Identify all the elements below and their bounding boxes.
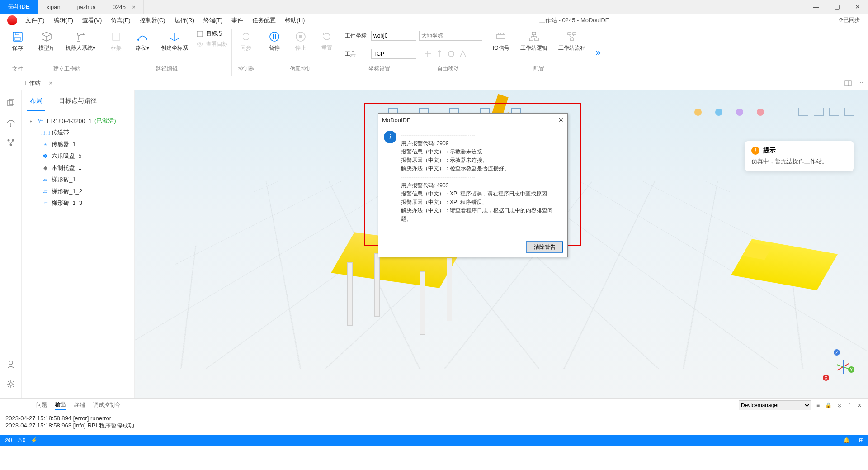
axis-gizmo[interactable]: X Y Z: [818, 348, 854, 385]
orient-icon[interactable]: [459, 50, 467, 58]
tree-item-brick1[interactable]: ▱梯形砖_1: [22, 174, 134, 185]
svg-point-7: [146, 38, 147, 40]
ribbon-label-config: 配置: [490, 63, 588, 76]
sidebar-tab-layout[interactable]: 布局: [22, 90, 51, 111]
view-mode-icons[interactable]: [798, 108, 854, 116]
tree-item-pallet[interactable]: ◆木制托盘_1: [22, 162, 134, 174]
frame-button[interactable]: 框架: [106, 29, 127, 52]
svg-point-32: [39, 119, 41, 121]
app-tab-xipan[interactable]: xipan: [38, 0, 69, 14]
tree-item-gripper[interactable]: ✽六爪吸盘_5: [22, 150, 134, 162]
dialog-title: MoDouIDE: [382, 117, 411, 123]
pause-button[interactable]: 暂停: [264, 29, 285, 52]
window-maximize-icon[interactable]: ▢: [826, 0, 847, 14]
tree-item-brick2[interactable]: ▱梯形砖_1_2: [22, 185, 134, 197]
svg-point-4: [83, 33, 85, 35]
menu-terminal[interactable]: 终端(T): [199, 16, 227, 24]
status-feedback-icon[interactable]: ⊞: [859, 437, 863, 443]
io-icon: [495, 31, 507, 43]
tree-item-sensor[interactable]: ⟐传感器_1: [22, 138, 134, 150]
move-z-icon[interactable]: [435, 50, 443, 58]
status-errors[interactable]: ⊘0: [5, 437, 12, 443]
window-close-icon[interactable]: ✕: [847, 0, 868, 14]
status-bell-icon[interactable]: 🔔: [843, 437, 850, 443]
move-xy-icon[interactable]: [424, 50, 432, 58]
sidebar-tab-targets[interactable]: 目标点与路径: [51, 90, 105, 111]
clear-icon[interactable]: ⊘: [837, 402, 842, 408]
menu-file[interactable]: 文件(F): [21, 16, 49, 24]
viewport-3d[interactable]: X Y Z MoDouIDE ✕ i ---------------------…: [135, 90, 868, 398]
rail-umbrella-icon[interactable]: [6, 118, 16, 128]
doc-tab-close-icon[interactable]: ×: [47, 80, 54, 86]
doc-tab-label[interactable]: 工作站: [19, 79, 44, 87]
workpiece-cs-input[interactable]: [371, 31, 416, 41]
svg-rect-21: [568, 33, 571, 35]
lock-icon[interactable]: 🔒: [825, 402, 832, 408]
menu-run[interactable]: 运行(R): [170, 16, 199, 24]
menu-help[interactable]: 帮助(H): [280, 16, 309, 24]
expand-icon[interactable]: ▸: [30, 119, 34, 123]
app-tab-ide[interactable]: 墨斗IDE: [0, 0, 38, 14]
svg-rect-25: [8, 100, 12, 106]
model-library-button[interactable]: 模型库: [36, 29, 57, 52]
ribbon-label-ctrl: 控制器: [236, 63, 256, 76]
tree-item-robot[interactable]: ▸ ER180-4-3200_1(已激活): [22, 115, 134, 127]
robot-system-button[interactable]: 机器人系统▾: [63, 29, 98, 52]
earth-cs-input[interactable]: [419, 31, 482, 41]
filter-icon[interactable]: ≡: [816, 402, 820, 408]
app-tab-0245[interactable]: 0245×: [104, 0, 144, 14]
tree-item-conveyor[interactable]: ⬚⬚传送带: [22, 127, 134, 138]
menu-edit[interactable]: 编辑(E): [49, 16, 78, 24]
menu-events[interactable]: 事件: [227, 16, 248, 24]
menu-taskconfig[interactable]: 任务配置: [248, 16, 280, 24]
close-tab-icon[interactable]: ×: [132, 4, 136, 10]
ribbon-expand-icon[interactable]: »: [592, 29, 604, 76]
svg-point-31: [9, 383, 12, 385]
robot-icon: [75, 31, 86, 43]
path-button[interactable]: 路径▾: [132, 29, 153, 52]
bottom-tab-problems[interactable]: 问题: [36, 400, 47, 410]
rotate-icon[interactable]: [447, 50, 455, 58]
reset-button[interactable]: 重置: [316, 29, 337, 52]
svg-rect-15: [299, 35, 302, 38]
bottom-tab-output[interactable]: 输出: [55, 400, 66, 410]
rail-settings-icon[interactable]: [6, 379, 16, 389]
clear-alert-button[interactable]: 清除警告: [527, 242, 563, 252]
tree-item-brick3[interactable]: ▱梯形砖_1_3: [22, 197, 134, 209]
output-source-select[interactable]: Devicemanager: [739, 400, 811, 410]
stop-button[interactable]: 停止: [290, 29, 311, 52]
eye-icon: [196, 41, 203, 48]
ribbon-label-ws: 建立工作站: [36, 63, 98, 76]
more-icon[interactable]: ⋯: [858, 80, 863, 87]
menu-view[interactable]: 查看(V): [78, 16, 106, 24]
collapse-icon[interactable]: ⌃: [847, 402, 852, 408]
split-view-icon[interactable]: [844, 80, 852, 87]
window-minimize-icon[interactable]: —: [806, 0, 826, 14]
sync-button[interactable]: 同步: [236, 29, 256, 52]
app-tab-jiazhua[interactable]: jiazhua: [69, 0, 104, 14]
bottom-panel: 问题 输出 终端 调试控制台 Devicemanager ≡ 🔒 ⊘ ⌃ ✕ 2…: [0, 398, 868, 435]
menu-sim[interactable]: 仿真(E): [106, 16, 135, 24]
status-warnings[interactable]: ⚠0: [18, 437, 26, 443]
bottom-tab-debug[interactable]: 调试控制台: [93, 400, 120, 410]
tool-input[interactable]: [371, 49, 416, 59]
close-panel-icon[interactable]: ✕: [857, 402, 862, 408]
rail-user-icon[interactable]: [6, 359, 16, 369]
rail-nodes-icon[interactable]: [6, 138, 16, 147]
view-target-button[interactable]: 查看目标: [196, 40, 228, 48]
rail-copy-icon[interactable]: [6, 98, 16, 108]
ws-flow-button[interactable]: 工作站流程: [556, 29, 588, 52]
svg-rect-17: [497, 34, 505, 39]
save-button[interactable]: 保存: [7, 29, 28, 52]
target-icon: [196, 30, 203, 38]
bottom-tab-terminal[interactable]: 终端: [74, 400, 85, 410]
target-point-button[interactable]: 目标点: [196, 30, 228, 38]
menu-controller[interactable]: 控制器(C): [135, 16, 170, 24]
status-power-icon[interactable]: ⚡: [31, 437, 38, 443]
dialog-close-icon[interactable]: ✕: [558, 116, 564, 123]
tool-palette-icons[interactable]: [694, 109, 764, 116]
io-signal-button[interactable]: IO信号: [490, 29, 512, 52]
create-cs-button[interactable]: 创建坐标系: [158, 29, 191, 52]
ws-logic-button[interactable]: 工作站逻辑: [518, 29, 550, 52]
output-log[interactable]: 2023-04-27 15:18:58.894 [error] runerror…: [0, 412, 868, 435]
